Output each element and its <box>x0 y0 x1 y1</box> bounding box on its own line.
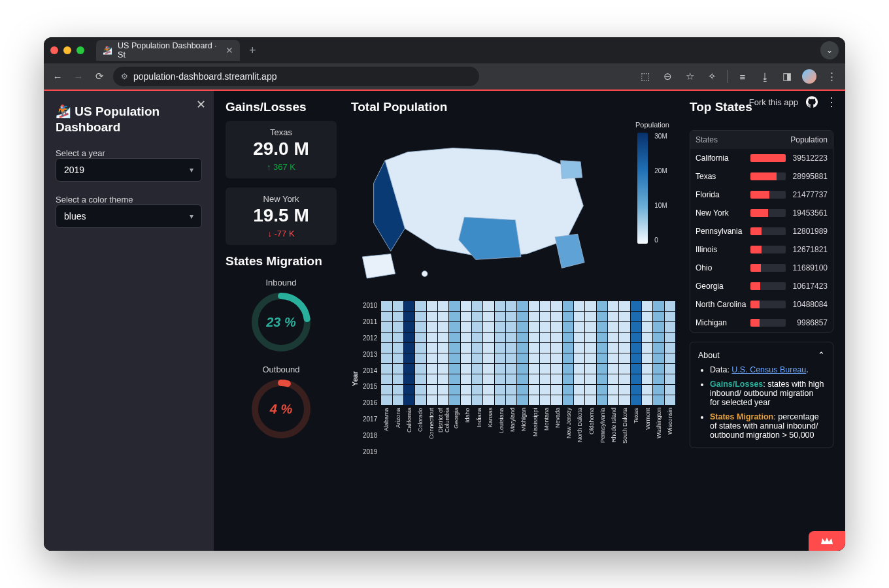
streamlit-badge[interactable] <box>809 531 845 551</box>
about-expander[interactable]: About ⌃ Data: U.S. Census Bureau. Gains/… <box>690 342 833 448</box>
table-row[interactable]: Texas 28995881 <box>690 167 833 186</box>
state-name: Illinois <box>696 245 746 254</box>
zoom-icon[interactable]: ⊖ <box>660 69 675 84</box>
heatmap-cell <box>506 385 516 395</box>
url-text: population-dashboard.streamlit.app <box>133 71 277 82</box>
top-states-table[interactable]: States Population California 39512223Tex… <box>690 130 833 333</box>
table-row[interactable]: Georgia 10617423 <box>690 277 833 295</box>
heatmap-cell <box>574 301 584 311</box>
heatmap-cell <box>642 395 652 405</box>
chevron-down-icon: ▾ <box>190 212 193 221</box>
census-link[interactable]: U.S. Census Bureau <box>731 365 806 374</box>
address-bar[interactable]: ⚙ population-dashboard.streamlit.app <box>113 67 479 86</box>
choropleth-map[interactable] <box>351 121 623 291</box>
heatmap-cell <box>608 312 618 321</box>
population-bar <box>750 191 786 199</box>
close-tab-icon[interactable]: ✕ <box>226 45 233 56</box>
close-window-icon[interactable] <box>50 46 58 54</box>
heatmap-cell <box>540 333 550 342</box>
heatmap-cell <box>574 322 584 332</box>
heatmap-y-tick: 2018 <box>363 432 377 439</box>
table-row[interactable]: New York 19453561 <box>690 204 833 222</box>
map-legend: Population 30M20M10M0 <box>629 121 675 244</box>
tabs-dropdown-button[interactable]: ⌄ <box>820 41 839 59</box>
reading-list-icon[interactable]: ≡ <box>735 69 750 84</box>
reload-button[interactable]: ⟳ <box>92 69 107 84</box>
table-row[interactable]: Ohio 11689100 <box>690 259 833 277</box>
browser-menu-icon[interactable]: ⋮ <box>824 69 839 84</box>
about-heading: About <box>698 351 720 360</box>
install-app-icon[interactable]: ⬚ <box>638 69 652 84</box>
col-states: States <box>696 135 746 144</box>
heatmap-cell <box>631 395 641 405</box>
heatmap-cell <box>585 353 595 363</box>
heatmap-cell <box>653 333 663 342</box>
year-select[interactable]: 2019 ▾ <box>56 158 202 182</box>
state-alaska[interactable] <box>362 254 395 278</box>
heatmap-cell <box>506 322 516 332</box>
heatmap-cell <box>585 322 595 332</box>
side-panel-icon[interactable]: ◨ <box>780 69 794 84</box>
heatmap-cell <box>642 374 652 384</box>
extensions-icon[interactable]: ✧ <box>705 69 719 84</box>
profile-avatar[interactable] <box>802 69 816 84</box>
heatmap-cell <box>472 312 482 321</box>
back-button[interactable]: ← <box>50 69 65 84</box>
heatmap-cell <box>551 353 562 363</box>
heatmap-cell <box>404 322 414 332</box>
fork-app-link[interactable]: Fork this app <box>749 97 798 107</box>
heatmap-cell <box>585 301 595 311</box>
heatmap-chart[interactable]: Year 20102011201220132014201520162017201… <box>351 301 675 456</box>
state-newyork[interactable] <box>561 161 582 179</box>
outbound-value: 4 % <box>250 378 312 440</box>
forward-button[interactable]: → <box>71 69 86 84</box>
heatmap-cell <box>495 374 505 384</box>
github-icon[interactable] <box>806 96 818 108</box>
heatmap-cell <box>631 301 641 311</box>
downloads-icon[interactable]: ⭳ <box>758 69 772 84</box>
site-settings-icon[interactable]: ⚙ <box>121 72 128 81</box>
table-row[interactable]: Florida 21477737 <box>690 186 833 204</box>
heatmap-cell <box>642 364 652 374</box>
year-select-value: 2019 <box>64 165 84 175</box>
heatmap-cell <box>506 343 516 353</box>
heatmap-cell <box>665 353 675 363</box>
heatmap-cell <box>461 343 471 353</box>
table-row[interactable]: North Carolina 10488084 <box>690 295 833 314</box>
heatmap-x-tick: Colorado <box>417 408 424 456</box>
heatmap-cell <box>415 301 426 311</box>
heatmap-cell <box>393 301 403 311</box>
app-menu-icon[interactable]: ⋮ <box>826 95 837 109</box>
table-row[interactable]: Michigan 9986857 <box>690 314 833 332</box>
heatmap-cell <box>619 364 629 374</box>
heatmap-cell <box>551 333 562 342</box>
heatmap-cell <box>404 395 414 405</box>
minimize-window-icon[interactable] <box>63 46 71 54</box>
state-florida[interactable] <box>555 234 584 268</box>
chevron-up-icon[interactable]: ⌃ <box>818 350 825 360</box>
heatmap-cell <box>529 312 539 321</box>
heatmap-y-tick: 2010 <box>363 302 377 309</box>
heatmap-cell <box>449 301 460 311</box>
heatmap-cell <box>393 322 403 332</box>
bookmark-icon[interactable]: ☆ <box>682 69 697 84</box>
collapse-sidebar-icon[interactable]: ✕ <box>196 97 206 112</box>
about-data-item: Data: U.S. Census Bureau. <box>710 365 825 374</box>
theme-select[interactable]: blues ▾ <box>56 204 202 228</box>
population-value: 9986857 <box>790 318 828 327</box>
heatmap-cell <box>415 322 426 332</box>
heatmap-cell <box>517 343 528 353</box>
new-tab-button[interactable]: + <box>245 44 260 57</box>
heatmap-cell <box>449 385 460 395</box>
heatmap-cell <box>393 385 403 395</box>
heatmap-cell <box>563 374 573 384</box>
browser-tab[interactable]: 🏂 US Population Dashboard · St ✕ <box>96 40 240 61</box>
maximize-window-icon[interactable] <box>76 46 84 54</box>
state-hawaii[interactable] <box>422 271 428 277</box>
heatmap-cell <box>597 343 607 353</box>
table-row[interactable]: Illinois 12671821 <box>690 240 833 259</box>
table-row[interactable]: California 39512223 <box>690 149 833 167</box>
table-row[interactable]: Pennsylvania 12801989 <box>690 222 833 240</box>
heatmap-x-tick: Vermont <box>645 408 651 456</box>
heatmap-cell <box>495 385 505 395</box>
